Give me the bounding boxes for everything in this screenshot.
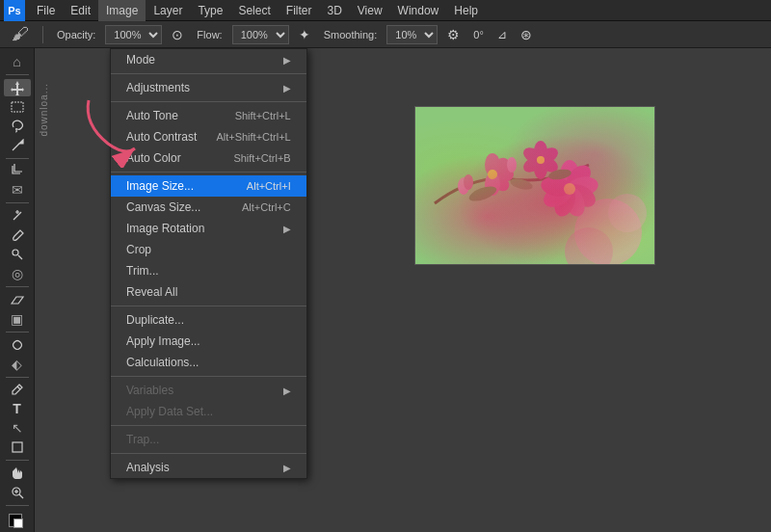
menu-item-reveal-all-label: Reveal All [126, 285, 177, 299]
crop-tool[interactable] [4, 162, 31, 179]
menu-item-trap: Trap... [111, 429, 306, 450]
main-layout: ⌂ ✉ [0, 48, 771, 532]
select-menu[interactable]: Select [230, 0, 278, 21]
menu-item-reveal-all[interactable]: Reveal All [111, 281, 306, 303]
menu-item-canvas-size[interactable]: Canvas Size... Alt+Ctrl+C [111, 197, 306, 218]
hand-tool[interactable] [4, 465, 31, 482]
opacity-label: Opacity: [53, 27, 99, 42]
angle-value: 0° [469, 27, 488, 42]
blur-tool[interactable] [4, 336, 31, 354]
separator-1 [111, 73, 306, 74]
flow-select[interactable]: 100% [232, 25, 289, 44]
gradient-tool[interactable]: ▣ [4, 310, 31, 328]
layer-menu[interactable]: Layer [146, 0, 190, 21]
magic-wand-tool[interactable] [4, 137, 31, 154]
svg-marker-0 [11, 81, 24, 95]
auto-color-shortcut: Shift+Ctrl+B [233, 152, 290, 164]
move-tool[interactable] [4, 79, 31, 96]
menu-item-adjustments[interactable]: Adjustments ▶ [111, 77, 306, 98]
menu-item-auto-tone-label: Auto Tone [126, 109, 178, 122]
toolbar: ⌂ ✉ [0, 48, 35, 532]
pen-tool[interactable] [4, 381, 31, 398]
symmetry-icon[interactable]: ⊛ [517, 25, 536, 44]
file-menu[interactable]: File [29, 0, 63, 21]
image-dropdown-menu: Mode ▶ Adjustments ▶ Auto Tone Shift+Ctr… [110, 48, 307, 479]
menu-item-trap-label: Trap... [126, 433, 159, 446]
image-menu[interactable]: Image [98, 0, 146, 21]
flow-icon: ✦ [295, 25, 314, 44]
canvas-size-shortcut: Alt+Ctrl+C [242, 201, 291, 213]
menu-item-trim-label: Trim... [126, 264, 159, 278]
adjustments-arrow: ▶ [283, 83, 291, 93]
menu-item-image-rotation[interactable]: Image Rotation ▶ [111, 218, 306, 239]
history-brush-tool[interactable]: ◎ [4, 265, 31, 282]
eyedropper-tool[interactable]: ✉ [4, 181, 31, 199]
separator-5 [111, 376, 306, 377]
type-tool[interactable]: T [4, 400, 31, 417]
separator-2 [111, 101, 306, 102]
opacity-select[interactable]: 100% [105, 25, 162, 44]
home-tool[interactable]: ⌂ [4, 53, 31, 70]
canvas-area: downloa... Mode ▶ Adjustments ▶ Auto Ton… [35, 48, 771, 532]
menu-item-apply-data-set-label: Apply Data Set... [126, 405, 213, 418]
options-bar: 🖌 Opacity: 100% ⊙ Flow: 100% ✦ Smoothing… [0, 21, 771, 48]
view-menu[interactable]: View [350, 0, 390, 21]
menu-item-calculations[interactable]: Calculations... [111, 352, 306, 373]
mode-arrow: ▶ [283, 55, 291, 66]
settings-icon[interactable]: ⚙ [443, 25, 464, 44]
dodge-tool[interactable]: ⬖ [4, 356, 31, 373]
help-menu[interactable]: Help [446, 0, 486, 21]
menu-item-duplicate-label: Duplicate... [126, 313, 184, 327]
marquee-tool[interactable] [4, 98, 31, 116]
tool-divider-3 [6, 202, 29, 203]
foreground-color[interactable] [4, 510, 31, 527]
menu-item-image-size[interactable]: Image Size... Alt+Ctrl+I [111, 175, 306, 197]
menu-item-apply-image[interactable]: Apply Image... [111, 331, 306, 352]
menu-item-image-size-label: Image Size... [126, 179, 194, 193]
lasso-tool[interactable] [4, 118, 31, 135]
ps-logo[interactable]: Ps [4, 0, 25, 21]
healing-tool[interactable] [4, 207, 31, 225]
smoothing-select[interactable]: 10% [386, 25, 438, 44]
watermark-text: downloa... [39, 83, 49, 137]
image-size-shortcut: Alt+Ctrl+I [247, 180, 291, 192]
shape-tool[interactable] [4, 439, 31, 456]
pressure-icon[interactable]: ⊿ [493, 26, 511, 43]
type-menu[interactable]: Type [190, 0, 230, 21]
clone-stamp-tool[interactable] [4, 246, 31, 263]
menu-item-crop[interactable]: Crop [111, 239, 306, 260]
divider-1 [42, 26, 43, 43]
smoothing-label: Smoothing: [320, 27, 382, 42]
flow-label: Flow: [193, 27, 226, 42]
flower-overlay [415, 107, 654, 264]
canvas-image [414, 106, 655, 265]
path-select-tool[interactable]: ↖ [4, 419, 31, 437]
3d-menu[interactable]: 3D [319, 0, 349, 21]
menu-item-apply-image-label: Apply Image... [126, 334, 200, 348]
menubar: Ps File Edit Image Layer Type Select Fil… [0, 0, 771, 21]
tool-divider-5 [6, 332, 29, 332]
eraser-tool[interactable] [4, 291, 31, 308]
svg-line-8 [19, 494, 23, 498]
menu-item-trim[interactable]: Trim... [111, 260, 306, 281]
menu-item-mode[interactable]: Mode ▶ [111, 49, 306, 70]
menu-item-image-rotation-label: Image Rotation [126, 222, 204, 235]
zoom-tool[interactable] [4, 484, 31, 501]
window-menu[interactable]: Window [390, 0, 447, 21]
tool-divider-2 [6, 158, 29, 159]
brush-tool[interactable] [4, 226, 31, 244]
menu-item-auto-color[interactable]: Auto Color Shift+Ctrl+B [111, 147, 306, 169]
separator-4 [111, 306, 306, 306]
menu-item-auto-contrast[interactable]: Auto Contrast Alt+Shift+Ctrl+L [111, 126, 306, 147]
menu-item-adjustments-label: Adjustments [126, 81, 190, 94]
menu-item-auto-tone[interactable]: Auto Tone Shift+Ctrl+L [111, 105, 306, 126]
opacity-icon: ⊙ [168, 25, 187, 44]
separator-7 [111, 453, 306, 454]
menu-item-auto-contrast-label: Auto Contrast [126, 130, 197, 144]
menu-item-canvas-size-label: Canvas Size... [126, 200, 200, 214]
image-rotation-arrow: ▶ [283, 224, 291, 234]
menu-item-analysis[interactable]: Analysis ▶ [111, 457, 306, 478]
edit-menu[interactable]: Edit [63, 0, 98, 21]
filter-menu[interactable]: Filter [279, 0, 320, 21]
menu-item-duplicate[interactable]: Duplicate... [111, 309, 306, 331]
